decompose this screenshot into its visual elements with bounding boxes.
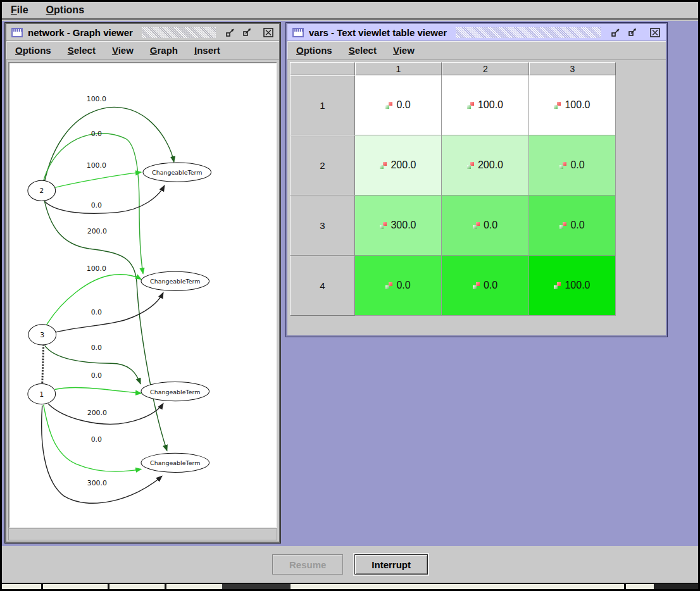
- table-cell[interactable]: 0.0: [442, 256, 529, 316]
- table-corner-cell: [290, 62, 355, 75]
- table-cell[interactable]: 300.0: [355, 196, 442, 256]
- interrupt-button[interactable]: Interrupt: [354, 554, 428, 575]
- edge-label: 0.0: [91, 308, 102, 316]
- graph-node-label: ChangeableTerm: [150, 389, 200, 395]
- value-icon: [385, 282, 392, 289]
- table-cell[interactable]: 200.0: [442, 135, 529, 196]
- strip-tick: [41, 584, 43, 589]
- row-header[interactable]: 1: [290, 75, 355, 135]
- edge-label: 100.0: [87, 264, 106, 273]
- graph-window-statusbar: [8, 528, 277, 540]
- table-cell[interactable]: 100.0: [529, 75, 616, 135]
- graph-window-title: network - Graph viewer: [28, 27, 133, 38]
- column-header[interactable]: 2: [442, 62, 529, 75]
- app-menubar: File Options: [2, 2, 698, 20]
- graph-menu-select[interactable]: Select: [68, 45, 96, 56]
- graph-menu-graph[interactable]: Graph: [150, 45, 178, 56]
- window-icon: [11, 28, 23, 37]
- graph-edge[interactable]: [45, 185, 165, 213]
- graph-canvas[interactable]: 100.0 0.0 100.0 0.0 200.0 100.0 0.0 0.0 …: [9, 63, 276, 527]
- edge-label: 0.0: [91, 371, 102, 380]
- graph-menu-options[interactable]: Options: [15, 45, 51, 56]
- strip-tick: [624, 584, 626, 589]
- cell-value: 0.0: [570, 159, 584, 171]
- value-icon: [473, 282, 480, 289]
- column-header[interactable]: 1: [355, 62, 442, 75]
- close-icon[interactable]: [649, 27, 661, 37]
- minimize-icon[interactable]: [225, 27, 236, 37]
- graph-edge[interactable]: [42, 406, 162, 504]
- table-cell[interactable]: 200.0: [355, 135, 442, 196]
- maximize-icon[interactable]: [627, 27, 638, 37]
- graph-edge-bundle: [42, 344, 44, 383]
- table-cell[interactable]: 100.0: [529, 256, 616, 316]
- value-icon: [559, 162, 566, 169]
- table-cell[interactable]: 0.0: [355, 75, 442, 135]
- row-header[interactable]: 3: [290, 196, 355, 256]
- edge-label: 0.0: [91, 201, 102, 209]
- minimize-icon[interactable]: [610, 27, 622, 37]
- column-header[interactable]: 3: [529, 62, 616, 75]
- edge-label: 0.0: [91, 130, 102, 138]
- resume-button[interactable]: Resume: [272, 554, 343, 575]
- window-icon: [292, 28, 304, 37]
- bottom-edge-strip: [2, 583, 698, 589]
- graph-node-label: 1: [39, 390, 44, 399]
- application-window: File Options network - Graph viewer: [2, 2, 698, 589]
- strip-block: [222, 584, 291, 589]
- footer-toolbar: Resume Interrupt: [2, 546, 698, 583]
- graph-edge[interactable]: [55, 387, 141, 393]
- table-window-titlebar[interactable]: vars - Text viewlet table viewer: [287, 24, 666, 41]
- cell-value: 300.0: [391, 220, 416, 231]
- titlebar-texture: [456, 27, 601, 38]
- table-window-menubar: Options Select View: [287, 41, 666, 60]
- desktop-pane: network - Graph viewer Options Select Vi…: [2, 21, 698, 546]
- table-cell[interactable]: 0.0: [529, 196, 616, 256]
- edge-label: 200.0: [87, 227, 107, 235]
- edge-label: 100.0: [87, 95, 106, 103]
- close-icon[interactable]: [263, 27, 274, 37]
- value-icon: [380, 162, 387, 169]
- graph-node-label: 3: [40, 331, 44, 339]
- table-menu-view[interactable]: View: [393, 45, 415, 56]
- cell-value: 0.0: [484, 280, 497, 291]
- table-cell[interactable]: 0.0: [355, 256, 442, 316]
- cell-value: 200.0: [478, 159, 503, 171]
- strip-tick: [165, 584, 166, 589]
- cell-value: 0.0: [484, 220, 497, 231]
- table-menu-options[interactable]: Options: [296, 45, 332, 56]
- table-menu-select[interactable]: Select: [349, 45, 377, 56]
- graph-window-menubar: Options Select View Graph Insert: [6, 41, 279, 60]
- graph-edge[interactable]: [55, 172, 141, 187]
- table-cell[interactable]: 0.0: [529, 135, 616, 196]
- table-area: 1 2 3 1 0.0 100.0 100.0 2 200.0 200.0 0.…: [287, 60, 666, 335]
- row-header[interactable]: 2: [290, 135, 355, 196]
- cell-value: 100.0: [565, 280, 590, 291]
- table-cell[interactable]: 100.0: [442, 75, 529, 135]
- graph-window-titlebar[interactable]: network - Graph viewer: [6, 24, 279, 41]
- cell-value: 0.0: [396, 280, 410, 291]
- graph-edge[interactable]: [46, 275, 141, 326]
- value-icon: [385, 102, 392, 109]
- menu-file[interactable]: File: [11, 4, 28, 16]
- value-icon: [554, 282, 561, 289]
- menu-options[interactable]: Options: [46, 4, 84, 16]
- strip-block: [654, 584, 698, 589]
- value-icon: [554, 102, 561, 109]
- graph-canvas-frame: 100.0 0.0 100.0 0.0 200.0 100.0 0.0 0.0 …: [8, 62, 277, 528]
- graph-menu-insert[interactable]: Insert: [194, 45, 220, 56]
- value-icon: [559, 222, 566, 229]
- graph-menu-view[interactable]: View: [112, 45, 134, 56]
- edge-label: 0.0: [91, 435, 102, 444]
- edge-label: 200.0: [87, 409, 107, 417]
- table-viewer-window: vars - Text viewlet table viewer Options…: [286, 23, 667, 337]
- graph-edge[interactable]: [56, 292, 163, 332]
- row-header[interactable]: 4: [290, 256, 355, 316]
- graph-node-label: ChangeableTerm: [150, 278, 200, 285]
- value-icon: [467, 162, 474, 169]
- titlebar-texture: [142, 27, 216, 38]
- edge-label: 100.0: [87, 161, 106, 170]
- cell-value: 100.0: [478, 99, 503, 111]
- table-cell[interactable]: 0.0: [442, 196, 529, 256]
- maximize-icon[interactable]: [241, 27, 253, 37]
